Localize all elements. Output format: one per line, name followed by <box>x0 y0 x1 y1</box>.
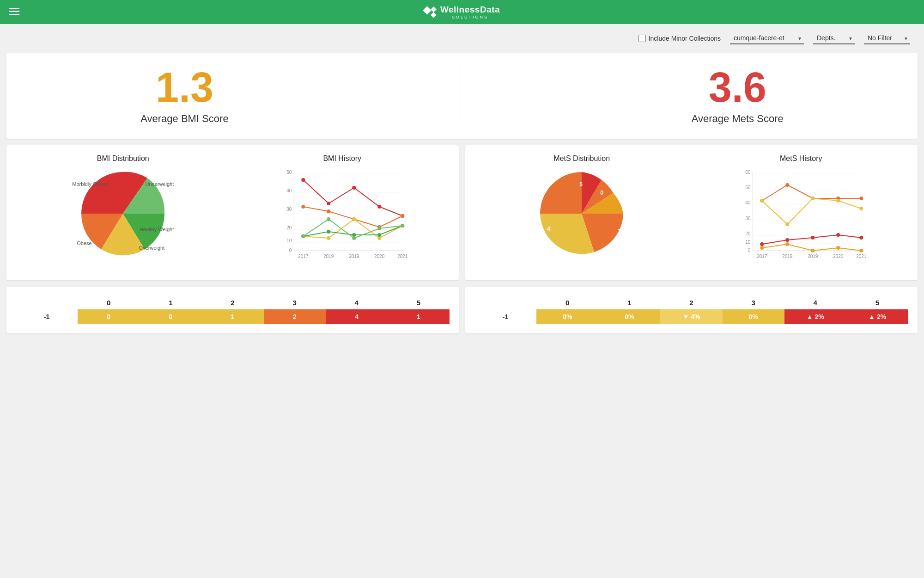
collection-dropdown[interactable]: cumque-facere-et <box>730 32 804 44</box>
chart-panels-row: BMI Distribution <box>6 145 918 280</box>
table-corner <box>16 296 78 309</box>
svg-point-45 <box>401 224 404 228</box>
svg-point-75 <box>859 207 863 210</box>
svg-text:40: 40 <box>286 188 292 193</box>
bmi-distribution-title: BMI Distribution <box>16 154 231 163</box>
rcell-0: 0% <box>536 309 598 324</box>
cell-5: 1 <box>388 309 450 324</box>
svg-text:0: 0 <box>748 248 750 253</box>
mets-label-0: 5 <box>579 181 583 188</box>
filter-dropdown[interactable]: No Filter <box>864 32 910 44</box>
svg-point-33 <box>352 217 356 221</box>
mets-label-3: 3 <box>618 228 621 234</box>
svg-point-37 <box>327 230 330 234</box>
rcell-3: 0% <box>723 309 784 324</box>
svg-text:20: 20 <box>286 225 292 230</box>
svg-text:2019: 2019 <box>323 254 334 259</box>
svg-point-78 <box>811 236 815 240</box>
svg-text:2019: 2019 <box>349 254 359 259</box>
rcol-header-0: 0 <box>536 296 598 309</box>
svg-point-24 <box>377 205 381 209</box>
svg-text:2021: 2021 <box>397 254 408 259</box>
score-card: 1.3 Average BMI Score 3.6 Average Mets S… <box>6 53 918 139</box>
svg-text:40: 40 <box>745 200 751 205</box>
svg-rect-2 <box>9 14 19 15</box>
rcell-5: ▲ 2% <box>846 309 908 324</box>
cell-3: 2 <box>264 309 326 324</box>
svg-text:2021: 2021 <box>856 254 867 259</box>
mets-line-chart: 60 50 40 30 20 10 0 2017 2019 <box>694 167 909 269</box>
svg-point-73 <box>811 197 815 200</box>
bmi-history-section: BMI History 50 40 30 20 10 0 <box>235 154 450 271</box>
toolbar: Include Minor Collections cumque-facere-… <box>0 24 924 53</box>
rcol-header-4: 4 <box>784 296 846 309</box>
svg-text:10: 10 <box>286 238 292 243</box>
cell-2: 1 <box>201 309 263 324</box>
col-header-4: 4 <box>326 296 388 309</box>
row-label: -1 <box>16 309 78 324</box>
col-header-3: 3 <box>264 296 326 309</box>
bottom-left-panel: 0 1 2 3 4 5 -1 0 0 1 2 4 1 <box>6 287 459 333</box>
cell-4: 4 <box>326 309 388 324</box>
svg-point-82 <box>785 242 789 246</box>
bmi-pie-chart: Underweight Healthy Weight Overweight Ob… <box>77 167 169 260</box>
svg-point-76 <box>760 242 764 246</box>
svg-point-74 <box>836 199 840 203</box>
svg-point-38 <box>352 233 356 237</box>
svg-point-81 <box>760 246 764 250</box>
minor-collections-checkbox[interactable] <box>638 35 646 42</box>
svg-text:2017: 2017 <box>757 254 767 259</box>
include-minor-checkbox[interactable]: Include Minor Collections <box>638 35 721 42</box>
mets-value: 3.6 <box>692 67 784 108</box>
svg-point-23 <box>352 186 356 190</box>
col-header-1: 1 <box>140 296 201 309</box>
svg-point-44 <box>377 227 381 230</box>
svg-rect-1 <box>9 11 19 12</box>
bmi-label: Average BMI Score <box>140 113 228 125</box>
bmi-history-title: BMI History <box>235 154 450 163</box>
svg-text:30: 30 <box>745 216 751 221</box>
svg-text:2019: 2019 <box>808 254 818 259</box>
svg-point-79 <box>836 233 840 237</box>
svg-point-41 <box>301 234 305 238</box>
svg-text:2020: 2020 <box>833 254 844 259</box>
menu-icon[interactable] <box>9 7 19 18</box>
bottom-right-panel: 0 1 2 3 4 5 -1 0% 0% ▼ 4% 0% ▲ 2% ▲ 2% <box>465 287 918 333</box>
svg-point-85 <box>859 249 863 252</box>
mets-history-section: MetS History 60 50 40 30 20 10 0 <box>694 154 909 271</box>
pie-label-underweight: Underweight <box>145 181 174 187</box>
bottom-left-table: 0 1 2 3 4 5 -1 0 0 1 2 4 1 <box>16 296 450 324</box>
depts-dropdown[interactable]: Depts. <box>813 32 855 44</box>
pie-label-healthy: Healthy Weight <box>140 227 174 232</box>
col-header-5: 5 <box>388 296 450 309</box>
svg-point-32 <box>327 236 330 240</box>
bmi-value: 1.3 <box>140 67 228 108</box>
bmi-line-chart: 50 40 30 20 10 0 2017 2019 2019 2 <box>235 167 450 269</box>
col-header-2: 2 <box>201 296 263 309</box>
filter-dropdown-wrap[interactable]: No Filter <box>864 32 910 44</box>
table-row-r: -1 0% 0% ▼ 4% 0% ▲ 2% ▲ 2% <box>474 309 908 324</box>
svg-text:60: 60 <box>745 170 751 175</box>
cell-0: 0 <box>78 309 140 324</box>
depts-dropdown-wrap[interactable]: Depts. <box>813 32 855 44</box>
svg-point-77 <box>785 238 789 242</box>
collection-dropdown-wrap[interactable]: cumque-facere-et <box>730 32 804 44</box>
svg-point-34 <box>377 236 381 240</box>
svg-text:10: 10 <box>745 240 751 245</box>
svg-text:30: 30 <box>286 207 292 212</box>
mets-panel: MetS Distribution <box>465 145 918 280</box>
svg-rect-0 <box>9 8 19 9</box>
svg-text:50: 50 <box>745 185 751 190</box>
svg-text:2017: 2017 <box>298 254 309 259</box>
bottom-right-table: 0 1 2 3 4 5 -1 0% 0% ▼ 4% 0% ▲ 2% ▲ 2% <box>474 296 908 324</box>
pie-label-morbid: Morbidly Obese <box>72 181 108 187</box>
score-divider <box>460 68 460 123</box>
pie-label-obese: Obese <box>77 240 91 246</box>
mets-label-1: 0 <box>600 190 603 196</box>
logo-text: WellnessData SOLUTIONS <box>440 5 500 19</box>
svg-point-21 <box>301 178 305 182</box>
mets-distribution-title: MetS Distribution <box>474 154 689 163</box>
table-row: -1 0 0 1 2 4 1 <box>16 309 450 324</box>
svg-text:2019: 2019 <box>782 254 793 259</box>
svg-point-42 <box>327 217 330 221</box>
